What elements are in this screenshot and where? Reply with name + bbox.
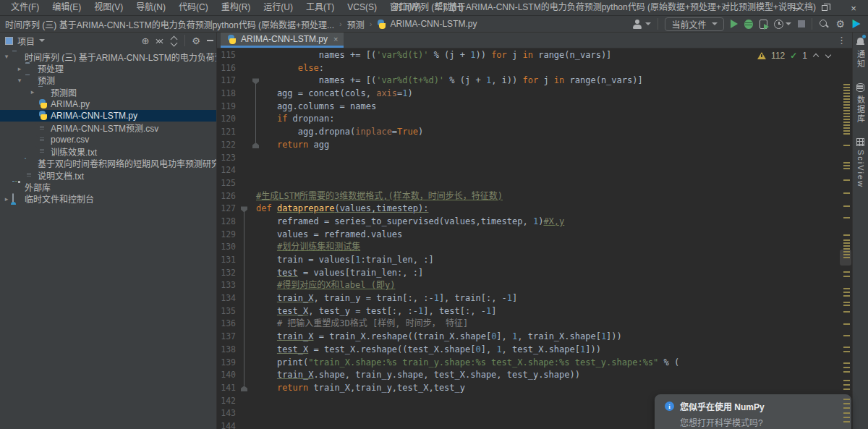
code-line[interactable]: 134 train_X, train_y = train[:, :-1], tr…	[217, 292, 852, 305]
code-line[interactable]: 117 names += [('var%d(t+%d)' % (j + 1, i…	[217, 75, 852, 88]
line-number[interactable]: 130	[217, 241, 236, 254]
menu-item-8[interactable]: VCS(S)	[341, 0, 383, 15]
maximize-button[interactable]	[810, 0, 839, 16]
line-number[interactable]: 132	[217, 267, 236, 280]
chevron-right-icon[interactable]: ▸	[16, 65, 23, 72]
code-line[interactable]: 135 test_X, test_y = test[:, :-1], test[…	[217, 305, 852, 318]
menu-item-0[interactable]: 文件(F)	[4, 0, 46, 15]
error-stripe-scrollbar[interactable]	[840, 48, 851, 429]
code-line[interactable]: 136 # 把输入重塑成3D格式 [样例, 时间步， 特征]	[217, 318, 852, 331]
minimize-button[interactable]	[781, 0, 810, 16]
tree-item-1[interactable]: ▸预处理	[0, 62, 216, 74]
next-problem-icon[interactable]	[825, 52, 832, 59]
locate-file-icon[interactable]: ⊕	[141, 36, 149, 46]
code-line[interactable]: 122 return agg	[217, 139, 852, 152]
code-line[interactable]: 120 if dropnan:	[217, 113, 852, 126]
tree-item-4[interactable]: ARIMA.py	[0, 98, 216, 110]
code-line[interactable]: 138 test_X = test_X.reshape((test_X.shap…	[217, 344, 852, 357]
code-line[interactable]: 127def dataprepare(values,timestep):	[217, 203, 852, 216]
line-number[interactable]: 128	[217, 216, 236, 229]
line-number[interactable]: 139	[217, 357, 236, 370]
stop-button[interactable]	[798, 20, 805, 27]
tree-item-3[interactable]: ▸预测图	[0, 86, 216, 98]
code-line[interactable]: 124	[217, 164, 852, 177]
user-account-button[interactable]	[632, 19, 651, 29]
run-configuration-select[interactable]: 当前文件	[665, 17, 724, 31]
breadcrumb-segment-0[interactable]: 时间序列 (三) 基于ARIMA-CNN-LSTM的电力负荷预测python代码…	[5, 18, 334, 30]
code-line[interactable]: 141 return train_X,train_y,test_X,test_y	[217, 382, 852, 395]
code-line[interactable]: 137 train_X = train_X.reshape((train_X.s…	[217, 331, 852, 344]
tree-item-10[interactable]: 说明文档.txt	[0, 169, 216, 181]
code-line[interactable]: 129 values = reframed.values	[217, 229, 852, 242]
inspections-widget[interactable]: 112 ✓ 1	[757, 51, 832, 61]
settings-gear-button[interactable]: ⚙	[835, 19, 845, 29]
previous-problem-icon[interactable]	[812, 52, 820, 59]
line-number[interactable]: 125	[217, 177, 236, 190]
tree-item-7[interactable]: power.csv	[0, 134, 216, 145]
tree-item-2[interactable]: ▾预测	[0, 75, 216, 86]
hide-panel-icon[interactable]	[207, 40, 213, 41]
line-number[interactable]: 120	[217, 113, 236, 126]
menu-item-4[interactable]: 代码(C)	[172, 0, 215, 15]
tool-button-sciview[interactable]: SciView	[856, 150, 865, 188]
line-number[interactable]: 123	[217, 152, 236, 165]
run-button[interactable]	[731, 20, 738, 28]
line-number[interactable]: 124	[217, 164, 236, 177]
chevron-right-icon[interactable]: ▸	[3, 195, 10, 203]
tool-button-database[interactable]: 数据库	[855, 95, 867, 124]
code-line[interactable]: 116 else:	[217, 62, 852, 75]
line-number[interactable]: 141	[217, 382, 236, 395]
breadcrumb-segment-1[interactable]: 预测	[347, 18, 365, 30]
menu-item-1[interactable]: 编辑(E)	[46, 0, 88, 15]
line-number[interactable]: 143	[217, 407, 236, 420]
code-line[interactable]: 121 agg.dropna(inplace=True)	[217, 126, 852, 139]
line-number[interactable]: 137	[217, 331, 236, 344]
code-line[interactable]: 119 agg.columns = names	[217, 101, 852, 114]
tree-item-5[interactable]: ARIMA-CNN-LSTM.py	[0, 110, 216, 122]
line-number[interactable]: 117	[217, 75, 236, 88]
more-options-icon[interactable]: ⋮	[837, 35, 846, 46]
tree-item-12[interactable]: ▸临时文件和控制台	[0, 193, 216, 205]
breadcrumb-segment-2[interactable]: ARIMA-CNN-LSTM.py	[390, 19, 477, 29]
code-line[interactable]: 128 reframed = series_to_supervised(valu…	[217, 216, 852, 229]
collapse-all-icon[interactable]	[156, 36, 163, 45]
debug-button[interactable]	[744, 20, 753, 29]
line-number[interactable]: 126	[217, 190, 236, 203]
close-tab-icon[interactable]: ×	[333, 35, 338, 43]
line-number[interactable]: 135	[217, 305, 236, 318]
expand-all-icon[interactable]	[170, 36, 178, 45]
chevron-down-icon[interactable]: ▾	[3, 53, 10, 60]
code-line[interactable]: 118 agg = concat(cols, axis=1)	[217, 88, 852, 101]
run-with-coverage-button[interactable]	[760, 20, 767, 29]
tool-button-notifications[interactable]: 通知	[855, 50, 867, 69]
database-icon[interactable]	[856, 83, 864, 92]
code-editor-area[interactable]: 115 names += [('var%d(t)' % (j + 1)) for…	[217, 48, 852, 429]
chevron-right-icon[interactable]: ▸	[29, 88, 36, 95]
code-line[interactable]: 139 print("train_X.shape:%s train_y.shap…	[217, 357, 852, 370]
tree-item-11[interactable]: 外部库	[0, 181, 216, 192]
tree-item-0[interactable]: ▾时间序列 (三) 基于ARIMA-CNN-LSTM的电力负荷预测pytho	[0, 51, 216, 62]
code-line[interactable]: 130 #划分训练集和测试集	[217, 241, 852, 254]
line-number[interactable]: 144	[217, 420, 236, 429]
line-number[interactable]: 133	[217, 279, 236, 292]
line-number[interactable]: 138	[217, 344, 236, 357]
menu-item-6[interactable]: 运行(U)	[257, 0, 299, 15]
chevron-down-icon[interactable]: ▾	[16, 77, 23, 84]
menu-item-3[interactable]: 导航(N)	[129, 0, 172, 15]
code-line[interactable]: 132 test = values[train_len:, :]	[217, 267, 852, 280]
code-line[interactable]: 133 #得到对应的X和label (即y)	[217, 279, 852, 292]
notifications-bell-icon[interactable]	[856, 37, 864, 45]
line-number[interactable]: 118	[217, 88, 236, 101]
tree-item-6[interactable]: ARIMA-CNN-LSTM预测.csv	[0, 122, 216, 133]
line-number[interactable]: 136	[217, 318, 236, 331]
project-panel-title[interactable]: 项目	[17, 35, 35, 47]
search-everywhere-button[interactable]	[819, 19, 829, 29]
code-line[interactable]: 123	[217, 152, 852, 165]
line-number[interactable]: 134	[217, 292, 236, 305]
line-number[interactable]: 119	[217, 101, 236, 114]
profile-button[interactable]	[774, 20, 791, 29]
line-number[interactable]: 116	[217, 62, 236, 75]
line-number[interactable]: 131	[217, 254, 236, 267]
code-line[interactable]: 131 train = values[1:train_len, :]	[217, 254, 852, 267]
line-number[interactable]: 140	[217, 369, 236, 382]
